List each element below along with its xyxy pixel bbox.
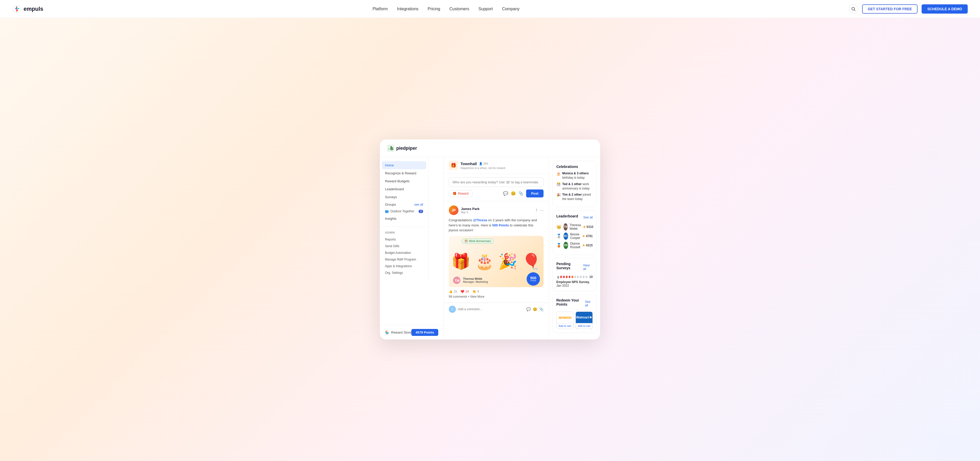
- post-text: Congratulations @Thresa on 2 years with …: [449, 218, 544, 233]
- birthday-text: Monica & 3 others birthday is today: [562, 171, 593, 180]
- author-avatar: JP: [449, 205, 458, 215]
- surveys-view-all[interactable]: View all: [583, 263, 593, 271]
- admin-section-title: ADMIN: [380, 229, 428, 236]
- admin-send-gifts[interactable]: Send Gifts: [380, 243, 428, 249]
- share-icon[interactable]: ⤴: [536, 208, 538, 212]
- sidebar-item-home[interactable]: Home: [382, 161, 426, 169]
- nav-customers[interactable]: Customers: [449, 7, 469, 11]
- dot-10: [585, 276, 587, 278]
- sidebar-groups-header: Groups see all: [380, 201, 428, 208]
- anniversary-icon: 🎊: [556, 182, 561, 187]
- nav-platform[interactable]: Platform: [372, 7, 388, 11]
- sidebar: Home Recognize & Reward Reward Budgets L…: [380, 157, 428, 280]
- amazon-add-to-cart[interactable]: Add to cart: [557, 323, 573, 329]
- sidebar-item-recognize[interactable]: Recognize & Reward: [380, 169, 428, 177]
- dot-2: [563, 276, 565, 278]
- leaderboard-see-all[interactable]: See all: [583, 215, 593, 219]
- comment-icon[interactable]: 💬: [503, 191, 508, 196]
- svg-point-5: [852, 7, 854, 10]
- sidebar-item-leaderboard[interactable]: Leaderboard: [380, 185, 428, 193]
- admin-org-settings[interactable]: Org. Settings: [380, 270, 428, 276]
- reward-store-left: 🏪 Reward Store: [385, 330, 411, 334]
- svg-text:♪: ♪: [388, 147, 390, 150]
- post-icons: 💬 😊 📎 Post: [503, 190, 544, 198]
- townhall-emoji: 🎁: [450, 163, 456, 168]
- right-panel: Celebrations 🎂 Monica & 3 others birthda…: [549, 157, 600, 340]
- dot-9: [583, 276, 584, 278]
- townhall-header: 🎁 Townhall 👤 293 Happiness is a virtue, …: [444, 157, 549, 174]
- comment-smile-icon[interactable]: 😊: [533, 307, 537, 311]
- mention-tag: @Thresa: [473, 218, 487, 222]
- celebrations-widget: Celebrations 🎂 Monica & 3 others birthda…: [552, 161, 597, 207]
- get-started-button[interactable]: GET STARTED FOR FREE: [862, 4, 918, 14]
- groups-label: Groups: [385, 203, 396, 206]
- reward-button[interactable]: 🎁 Reward: [449, 190, 473, 197]
- nav-company[interactable]: Company: [502, 7, 519, 11]
- admin-apps-integrations[interactable]: Apps & Integrations: [380, 263, 428, 270]
- attach-icon[interactable]: 📎: [519, 191, 523, 196]
- redeem-cards: amazon Add to cart Walmart★ Add to cart: [556, 311, 593, 329]
- walmart-add-to-cart[interactable]: Add to cart: [576, 323, 592, 329]
- joined-icon: 🎉: [556, 193, 561, 198]
- comment-input[interactable]: [458, 308, 524, 311]
- comment-emoji-icon[interactable]: 💬: [527, 307, 531, 311]
- post-button[interactable]: Post: [526, 190, 544, 198]
- survey-name: Employee NPS Survey, Jan 2022: [556, 280, 593, 287]
- celebration-scene: 🎁 🎂 🎉 🎈: [451, 252, 541, 271]
- theresa-avatar: TW: [452, 276, 461, 285]
- points-badge[interactable]: 4579 Points: [411, 329, 438, 336]
- sidebar-item-surveys[interactable]: Surveys: [380, 193, 428, 201]
- post-box: 🎁 Reward 💬 😊 📎 Post: [444, 174, 549, 201]
- work-anniversary-badge: 🎊 Work Anniversary: [461, 238, 494, 244]
- search-button[interactable]: [849, 4, 858, 14]
- author-initials: JP: [449, 205, 458, 215]
- navbar: empuls Platform Integrations Pricing Cus…: [0, 0, 980, 18]
- svg-rect-10: [392, 147, 393, 150]
- lb-name-1: Theresa Webb: [570, 223, 581, 231]
- post-input[interactable]: [449, 177, 544, 187]
- surveys-header: Pending Surveys View all: [556, 262, 593, 273]
- admin-budget-automation[interactable]: Budget Automation: [380, 249, 428, 256]
- rank-3-icon: 🥉: [556, 243, 562, 248]
- admin-manage-rnr[interactable]: Manage R&R Program: [380, 256, 428, 263]
- reward-icon: 🎁: [453, 192, 457, 195]
- svg-line-6: [854, 10, 855, 11]
- surveys-title: Pending Surveys: [556, 262, 583, 270]
- dot-3: [566, 276, 568, 278]
- logo[interactable]: empuls: [12, 4, 43, 14]
- more-options-icon[interactable]: ⋯: [539, 208, 544, 213]
- sidebar-item-budgets[interactable]: Reward Budgets: [380, 177, 428, 185]
- admin-reports[interactable]: Reports: [380, 236, 428, 243]
- app-header: ♪ piedpiper: [380, 139, 600, 157]
- post-header-right: ⤴ ⋯: [536, 208, 544, 213]
- clap-reaction[interactable]: 👏 8: [473, 290, 479, 294]
- badge-text: Work Anniversary: [469, 239, 491, 242]
- like-reaction[interactable]: 👍 15: [449, 290, 457, 294]
- leaderboard-item-1: 👑 TW Theresa Webb ★5310: [556, 223, 593, 231]
- group-badge: 8: [418, 210, 423, 213]
- post-comments[interactable]: 99 comments • View More: [449, 295, 544, 298]
- hero-section: ♪ piedpiper Home Recognize & Reward Rewa…: [0, 18, 980, 461]
- points-circle: 500 Points: [527, 272, 540, 286]
- logo-text: empuls: [24, 6, 43, 12]
- dot-1: [560, 276, 562, 278]
- nav-pricing[interactable]: Pricing: [428, 7, 440, 11]
- app-body: Home Recognize & Reward Reward Budgets L…: [380, 157, 600, 340]
- nav-actions: GET STARTED FOR FREE SCHEDULE A DEMO: [849, 4, 968, 14]
- comment-attach-icon[interactable]: 📎: [539, 307, 544, 311]
- sidebar-group-outdoor[interactable]: 👥 Outdoor Together 8: [380, 208, 428, 215]
- search-icon: [851, 7, 856, 11]
- redeem-see-all[interactable]: See all: [585, 300, 593, 307]
- reward-store-label: Reward Store: [391, 330, 411, 334]
- group-icon: 👥: [385, 209, 389, 213]
- sidebar-item-insights[interactable]: Insights: [380, 215, 428, 223]
- groups-see-all[interactable]: see all: [414, 203, 423, 206]
- nav-support[interactable]: Support: [479, 7, 493, 11]
- nav-integrations[interactable]: Integrations: [397, 7, 418, 11]
- heart-reaction[interactable]: ❤️ 24: [461, 290, 469, 294]
- schedule-demo-button[interactable]: SCHEDULE A DEMO: [921, 4, 968, 14]
- emoji-icon[interactable]: 😊: [511, 191, 516, 196]
- nav-links: Platform Integrations Pricing Customers …: [372, 7, 519, 11]
- leaderboard-item-3: 🥉 DR Dianne Russell ★4315: [556, 242, 593, 249]
- lb-name-3: Dianne Russell: [570, 242, 580, 249]
